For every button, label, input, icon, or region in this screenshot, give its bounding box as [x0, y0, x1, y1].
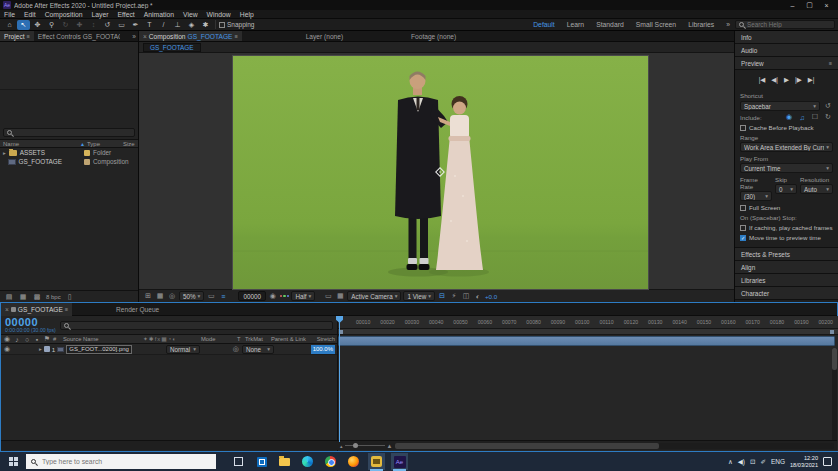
close-icon[interactable]: ×: [143, 33, 147, 40]
pan-camera-tool-icon[interactable]: ✚: [73, 20, 86, 30]
info-panel-header[interactable]: Info: [735, 31, 838, 44]
dolly-camera-tool-icon[interactable]: ↕: [87, 20, 100, 30]
source-name-column[interactable]: Source Name: [63, 336, 141, 342]
layer-row-1[interactable]: ◉ ▸ 1 GS_FOOT...0200].png Normal ▾ ◎ Non…: [1, 344, 337, 355]
tab-render-queue[interactable]: Render Queue: [112, 303, 163, 316]
viewer-tab-gs-footage[interactable]: GS_FOOTAGE: [143, 43, 201, 52]
pen-tool-icon[interactable]: ✒: [129, 20, 142, 30]
layer-stretch-value[interactable]: 100.0%: [311, 345, 335, 354]
expander-icon[interactable]: ▸: [3, 150, 6, 156]
tab-composition[interactable]: × Composition GS_FOOTAGE ≡: [139, 31, 242, 41]
help-search-box[interactable]: [735, 20, 835, 29]
menu-layer[interactable]: Layer: [91, 11, 108, 18]
move-time-checkbox[interactable]: ✓ Move time to preview time: [740, 234, 833, 241]
green-screen-footage[interactable]: [233, 56, 648, 289]
edge-button[interactable]: [299, 453, 316, 470]
horizontal-scrollbar[interactable]: [395, 443, 834, 449]
solo-icon[interactable]: ○: [23, 336, 31, 343]
exposure-value[interactable]: +0.0: [485, 293, 497, 300]
include-overlays-icon[interactable]: ☐: [810, 113, 820, 121]
fast-previews-icon[interactable]: ⚡: [449, 292, 459, 300]
workspace-overflow-icon[interactable]: »: [726, 21, 730, 28]
magnification-dropdown[interactable]: 50% ▾: [179, 291, 204, 301]
panel-menu-icon[interactable]: ≡: [27, 33, 30, 39]
work-area-bar[interactable]: [338, 329, 838, 335]
pixel-aspect-icon[interactable]: ⊟: [437, 292, 447, 300]
snapshot-icon[interactable]: ◉: [268, 292, 278, 300]
zoom-out-icon[interactable]: ▴: [340, 443, 343, 449]
workspace-libraries[interactable]: Libraries: [688, 21, 714, 28]
volume-icon[interactable]: ◀): [738, 458, 745, 466]
layer-mode-dropdown[interactable]: Normal ▾: [166, 345, 200, 354]
camera-dropdown[interactable]: Active Camera ▾: [347, 291, 401, 301]
file-explorer-button[interactable]: [276, 453, 293, 470]
menu-animation[interactable]: Animation: [144, 11, 174, 18]
layer-duration-bar[interactable]: [338, 336, 835, 346]
orbit-camera-tool-icon[interactable]: ↻: [59, 20, 72, 30]
taskbar-search-input[interactable]: [40, 457, 190, 466]
character-panel-header[interactable]: Character: [735, 287, 838, 300]
skip-dropdown[interactable]: 0 ▾: [775, 184, 797, 194]
new-composition-icon[interactable]: ▩: [32, 293, 42, 301]
menu-effect[interactable]: Effect: [117, 11, 134, 18]
workspace-default[interactable]: Default: [533, 21, 555, 28]
minimize-button[interactable]: –: [784, 0, 801, 10]
vertical-scrollbar[interactable]: [832, 348, 837, 443]
tab-effect-controls[interactable]: Effect Controls GS_FOOTAGE_[: [34, 31, 120, 41]
parent-link-column[interactable]: Parent & Link: [271, 336, 313, 342]
first-frame-button[interactable]: |◀: [759, 76, 766, 84]
column-size[interactable]: Size: [123, 141, 135, 147]
menu-composition[interactable]: Composition: [45, 11, 83, 18]
always-preview-icon[interactable]: ⊞: [143, 292, 153, 300]
start-button[interactable]: [0, 452, 26, 471]
close-icon[interactable]: ×: [5, 306, 9, 313]
mode-column[interactable]: Mode: [201, 336, 235, 342]
include-audio-icon[interactable]: ♫: [797, 114, 807, 121]
caching-checkbox[interactable]: If caching, play cached frames: [740, 224, 833, 231]
layer-source-name[interactable]: GS_FOOT...0200].png: [66, 345, 132, 354]
task-view-button[interactable]: [230, 453, 247, 470]
layer-eye-icon[interactable]: ◉: [3, 345, 11, 353]
work-area-end-handle[interactable]: [830, 330, 834, 334]
transparency-grid-icon[interactable]: ▦: [335, 292, 345, 300]
panel-menu-icon[interactable]: ≡: [829, 60, 832, 66]
after-effects-button[interactable]: Ae: [391, 453, 408, 470]
include-video-icon[interactable]: ◉: [784, 113, 794, 121]
pen-settings-icon[interactable]: ✐: [760, 458, 765, 466]
label-flag-icon[interactable]: ⚑: [43, 335, 51, 343]
menu-window[interactable]: Window: [207, 11, 231, 18]
project-row-assets[interactable]: ▸ ASSETS Folder: [0, 148, 138, 157]
layer-parent-dropdown[interactable]: None ▾: [242, 345, 274, 354]
roi-icon[interactable]: ▭: [206, 292, 216, 300]
capture-app-button[interactable]: [368, 453, 385, 470]
t-column[interactable]: T: [237, 336, 243, 342]
hidden-icons-caret[interactable]: ∧: [728, 458, 733, 466]
help-search-input[interactable]: [747, 21, 827, 28]
stretch-column[interactable]: Stretch: [317, 336, 335, 342]
zoom-tool-icon[interactable]: ⚲: [45, 20, 58, 30]
libraries-panel-header[interactable]: Libraries: [735, 274, 838, 287]
audio-panel-header[interactable]: Audio: [735, 44, 838, 57]
tab-project[interactable]: Project ≡: [0, 31, 34, 41]
time-ruler[interactable]: 0001000020 0003000040 0005000060 0007000…: [338, 316, 838, 329]
composition-viewer[interactable]: [139, 53, 734, 289]
current-frame[interactable]: 00000: [5, 317, 56, 327]
network-icon[interactable]: ⊡: [750, 458, 755, 466]
loop-icon[interactable]: ↻: [823, 113, 833, 121]
project-search-box[interactable]: [3, 128, 135, 137]
region-of-interest-icon[interactable]: ▭: [323, 292, 333, 300]
column-type[interactable]: Type: [87, 141, 121, 147]
audio-icon[interactable]: ♪: [13, 336, 21, 343]
chrome-button[interactable]: [322, 453, 339, 470]
workspace-standard[interactable]: Standard: [596, 21, 624, 28]
delete-icon[interactable]: ▯: [65, 293, 75, 301]
home-tool-icon[interactable]: ⌂: [3, 20, 16, 30]
rectangle-tool-icon[interactable]: ▭: [115, 20, 128, 30]
menu-help[interactable]: Help: [240, 11, 254, 18]
range-dropdown[interactable]: Work Area Extended By Current... ▾: [740, 142, 833, 152]
layer-label-chip[interactable]: [44, 346, 50, 352]
preview-resolution-dropdown[interactable]: Auto ▾: [800, 184, 833, 194]
taskbar-search-box[interactable]: [26, 454, 216, 469]
play-from-dropdown[interactable]: Current Time ▾: [740, 163, 833, 173]
layer-expander-icon[interactable]: ▸: [39, 346, 42, 352]
